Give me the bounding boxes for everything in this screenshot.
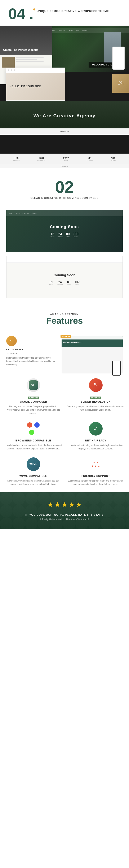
footer-rating: ★ ★ ★ ★ ★ IF YOU LOVE OUR WORK, PLEASE R… — [0, 492, 129, 529]
cursor-icon: ↖ — [10, 338, 13, 343]
text-line — [16, 57, 44, 58]
browser-circle-blue — [34, 422, 40, 428]
feature-desc: The drag and drop Visual Composer page b… — [4, 405, 62, 415]
stat-number: 910 — [111, 157, 116, 160]
feature-row: WPML WPML COMPATIBLE Luvaniz is 100% com… — [4, 457, 125, 486]
feature-visual-composer: VC SUPER #10 VISUAL COMPOSER The drag an… — [4, 378, 62, 415]
coming-soon-demo-1: Home About Portfolio Contact Coming Soon… — [6, 210, 123, 252]
countdown-label: Mins — [67, 284, 71, 285]
feature-icon-wrap: ★ ★ ★ ★ ★ — [88, 457, 103, 471]
feature-desc: Luvaniz looks stunning on devices with h… — [67, 444, 125, 451]
feature-desc: Create fully responsive sliders with sli… — [67, 405, 125, 412]
stat-label: Year — [63, 160, 69, 161]
feature-desc: Luvaniz has been tested and worked with … — [4, 444, 62, 451]
stat-label: Posts — [111, 160, 116, 161]
coming-soon-badge: Coming Soon 16 Days 24 Hours 80 Mins 100… — [6, 210, 123, 252]
stat-item: +56 Awards — [13, 157, 19, 161]
countdown-number: 80 — [67, 280, 71, 284]
welcome-bar: Welcome — [0, 128, 129, 135]
coming-soon-demo-2: ⌂ Coming Soon 31 Days 24 Hours 80 Mins 1… — [6, 256, 123, 298]
star-icon: ★ — [96, 461, 99, 464]
features-title: Features — [6, 316, 123, 325]
countdown-label: Hours — [57, 236, 63, 238]
section-04-header: 04 UNIQUE DEMOS CREATIVE WORDPRESS THEME — [0, 0, 129, 26]
demo-portfolio-hero-text: Create The Perfect Website — [3, 48, 38, 52]
cs2-title: Coming Soon — [49, 273, 80, 277]
stat-item: 85 Clients — [87, 157, 93, 161]
click-demo-left: ↖ CLICK DEMO TO IMPORT Build websites wi… — [6, 336, 57, 366]
countdown-number: 80 — [66, 232, 70, 236]
feature-wpml: WPML WPML COMPATIBLE Luvaniz is 100% com… — [4, 457, 62, 486]
text-line — [16, 61, 44, 62]
countdown-item: 100 Secs — [73, 232, 79, 238]
demo-portfolio-lines — [16, 57, 50, 63]
checkmark-icon: ✓ — [93, 425, 98, 432]
feature-support: ★ ★ ★ ★ ★ FRIENDLY SUPPORT Just submit a… — [67, 457, 125, 486]
vc-icon: VC — [27, 378, 40, 392]
cs2-logo: ⌂ — [64, 258, 65, 260]
demo-portfolio-img — [2, 57, 15, 68]
stat-number: 1201 — [38, 157, 45, 160]
nav-item: About Us — [59, 30, 65, 31]
countdown-number: 24 — [57, 280, 62, 284]
star-icon: ★ — [91, 465, 94, 468]
countdown-number: 31 — [49, 280, 53, 284]
cs2-content: Coming Soon 31 Days 24 Hours 80 Mins 107… — [49, 273, 80, 285]
services-bar: Services — [0, 164, 129, 168]
countdown-label: Days — [50, 236, 54, 238]
countdown-number: 107 — [75, 280, 80, 284]
phone-mockup — [112, 361, 121, 376]
feature-icon-wrap: VC — [26, 378, 41, 392]
star-icon: ★ — [94, 465, 97, 468]
services-label: Services — [61, 165, 68, 167]
star-icon: ★ — [97, 465, 100, 468]
countdown-item: 31 Days — [49, 280, 53, 285]
feature-title: VISUAL COMPOSER — [4, 400, 62, 403]
nav-dot — [8, 69, 9, 71]
features-label: AMAZING PREMIUM — [6, 313, 123, 315]
stat-item: 1201 Projects — [38, 157, 45, 161]
section-02-subtitle: CLEAN & CREATIVE WITH COMING SOON PAGES — [8, 196, 121, 199]
stat-number: 85 — [87, 157, 93, 160]
feature-title: BROWSERS COMPATIBLE — [4, 439, 62, 442]
star-icon: ★ — [93, 461, 95, 464]
section-02-number: 02 — [8, 179, 121, 195]
welcome-label: Welcome — [60, 130, 69, 133]
browser-circle-red — [27, 422, 32, 428]
demos-showcase: Home About Us Portfolio Blog Contact WEL… — [0, 26, 129, 168]
nav-item: Blog — [76, 30, 79, 31]
feature-desc: Luvaniz is 100% compatible with WPML plu… — [4, 479, 62, 486]
countdown-item: 107 Secs — [75, 280, 80, 285]
feature-icon-wrap: ↻ — [88, 378, 103, 392]
screen-text: We Are Creative Agency — [61, 339, 123, 345]
wpml-icon: WPML — [27, 457, 40, 471]
demo-agency: We Are Creative Agency — [0, 101, 129, 130]
bag-image: 🛍 — [112, 74, 129, 93]
countdown-label: Secs — [73, 236, 79, 238]
footer-bg-texture — [0, 492, 129, 529]
feature-title: FRIENDLY SUPPORT — [67, 474, 125, 477]
coming-soon-title: Coming Soon — [50, 225, 79, 229]
countdown-label: Hours — [57, 284, 62, 285]
countdown-row: 16 Days 24 Hours 80 Mins 100 Secs — [50, 232, 78, 238]
bag-icon: 🛍 — [118, 80, 124, 87]
feature-icon-wrap — [26, 421, 41, 436]
stat-label: Projects — [38, 160, 45, 161]
star-row: ★ ★ ★ — [91, 465, 100, 468]
click-demo-label: CLICK DEMO — [6, 348, 57, 351]
section-02: 02 CLEAN & CREATIVE WITH COMING SOON PAG… — [0, 168, 129, 206]
demo-portfolio-body — [0, 55, 52, 65]
click-demo-section: ↖ CLICK DEMO TO IMPORT Build websites wi… — [0, 332, 129, 378]
vc-letter: VC — [31, 383, 35, 387]
countdown-label: Days — [49, 284, 53, 285]
section-number: 04 — [8, 6, 34, 22]
countdown-item: 80 Mins — [66, 232, 70, 238]
countdown-number: 100 — [73, 232, 79, 236]
super-tag: SUPER #4 — [60, 335, 71, 338]
feature-title: SLIDER REVOLUTION — [67, 400, 125, 403]
cs2-nav: ⌂ — [6, 256, 123, 263]
coming-soon-section: Home About Portfolio Contact Coming Soon… — [0, 206, 129, 302]
feature-browsers: BROWSERS COMPATIBLE Luvaniz has been tes… — [4, 421, 62, 451]
nav-item: Contact — [82, 30, 87, 31]
super-tag-green: SUPER #10 — [90, 397, 101, 399]
